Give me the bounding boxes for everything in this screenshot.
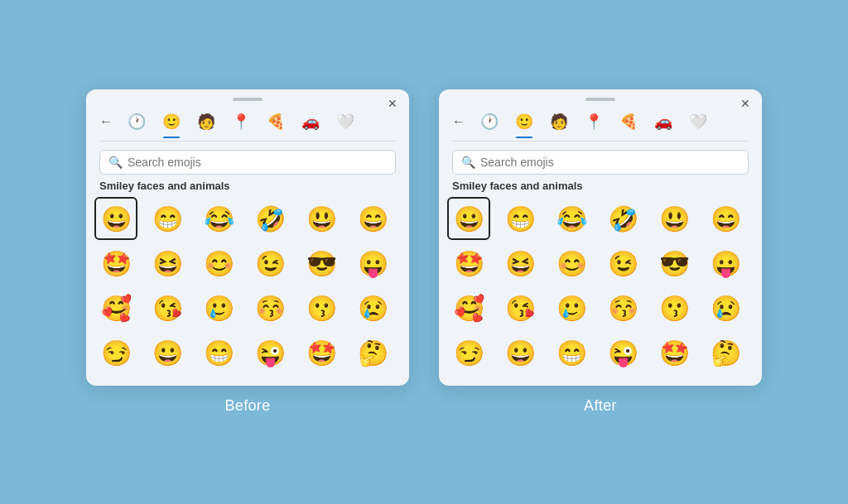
after-label: After bbox=[584, 397, 617, 415]
emoji-cell[interactable]: 🤔 bbox=[704, 331, 747, 374]
emoji-cell[interactable]: 🥰 bbox=[447, 286, 490, 329]
after-search-icon: 🔍 bbox=[461, 156, 475, 169]
before-tab-smiley[interactable]: 🙂 bbox=[157, 108, 186, 136]
emoji-cell[interactable]: 😁 bbox=[197, 331, 240, 374]
emoji-cell[interactable]: 😎 bbox=[653, 242, 696, 285]
after-tab-heart[interactable]: 🤍 bbox=[684, 108, 712, 136]
before-tab-people[interactable]: 🧑 bbox=[192, 108, 220, 136]
after-titlebar-handle bbox=[585, 98, 615, 101]
after-search-input[interactable] bbox=[480, 156, 740, 169]
before-back-button[interactable]: ← bbox=[99, 114, 113, 129]
emoji-cell[interactable]: 😛 bbox=[351, 242, 394, 285]
emoji-cell[interactable]: 😄 bbox=[351, 197, 394, 240]
before-emoji-grid: 😀 😁 😂 🤣 😃 😄 🤩 😆 😊 😉 😎 😛 🥰 😘 🥲 😚 bbox=[86, 197, 409, 386]
after-tab-nature[interactable]: 📍 bbox=[580, 108, 608, 136]
emoji-cell[interactable]: 😢 bbox=[351, 286, 394, 329]
app-container: ✕ ← 🕐 🙂 🧑 📍 🍕 🚗 🤍 🔍 bbox=[0, 0, 848, 504]
emoji-cell[interactable]: 😚 bbox=[601, 286, 644, 329]
before-section-title: Smiley faces and animals bbox=[99, 180, 396, 192]
after-tab-travel[interactable]: 🚗 bbox=[649, 108, 677, 136]
emoji-cell[interactable]: 😎 bbox=[300, 242, 343, 285]
emoji-cell[interactable]: 🥲 bbox=[197, 286, 240, 329]
after-titlebar: ✕ bbox=[439, 89, 762, 104]
before-tab-recent[interactable]: 🕐 bbox=[123, 108, 151, 136]
emoji-cell[interactable]: 🤩 bbox=[447, 242, 490, 285]
emoji-cell[interactable]: 😢 bbox=[704, 286, 747, 329]
emoji-cell[interactable]: 😃 bbox=[653, 197, 696, 240]
emoji-cell[interactable]: 😜 bbox=[248, 331, 292, 374]
emoji-cell[interactable]: 😗 bbox=[300, 286, 343, 329]
after-nav: ← 🕐 🙂 🧑 📍 🍕 🚗 🤍 bbox=[439, 104, 762, 136]
after-tab-people[interactable]: 🧑 bbox=[545, 108, 573, 136]
after-emoji-grid: 😀 😁 😂 🤣 😃 😄 🤩 😆 😊 😉 😎 😛 🥰 😘 🥲 😚 bbox=[439, 197, 762, 386]
before-nav: ← 🕐 🙂 🧑 📍 🍕 🚗 🤍 bbox=[86, 104, 409, 136]
emoji-cell[interactable]: 😃 bbox=[300, 197, 343, 240]
after-panel-container: ✕ ← 🕐 🙂 🧑 📍 🍕 🚗 🤍 🔍 bbox=[439, 89, 762, 415]
after-tab-food[interactable]: 🍕 bbox=[614, 108, 643, 136]
before-close-button[interactable]: ✕ bbox=[388, 98, 398, 109]
emoji-cell[interactable]: 😘 bbox=[499, 286, 542, 329]
before-tab-nature[interactable]: 📍 bbox=[227, 108, 255, 136]
emoji-cell[interactable]: 😆 bbox=[146, 242, 189, 285]
emoji-cell[interactable]: 😀 bbox=[146, 331, 189, 374]
after-back-button[interactable]: ← bbox=[452, 114, 465, 129]
panels-row: ✕ ← 🕐 🙂 🧑 📍 🍕 🚗 🤍 🔍 bbox=[86, 89, 762, 415]
emoji-cell[interactable]: 🤣 bbox=[601, 197, 644, 240]
emoji-cell[interactable]: 😏 bbox=[94, 331, 137, 374]
emoji-cell[interactable]: 😀 bbox=[499, 331, 542, 374]
emoji-cell[interactable]: 🤩 bbox=[94, 242, 137, 285]
before-search-input[interactable] bbox=[128, 156, 387, 169]
before-search-icon: 🔍 bbox=[108, 156, 123, 169]
emoji-cell[interactable]: 🤔 bbox=[351, 331, 394, 374]
before-panel-container: ✕ ← 🕐 🙂 🧑 📍 🍕 🚗 🤍 🔍 bbox=[86, 89, 409, 415]
after-tab-smiley[interactable]: 🙂 bbox=[510, 108, 538, 136]
before-search-box[interactable]: 🔍 bbox=[99, 150, 396, 175]
emoji-cell[interactable]: 😘 bbox=[146, 286, 189, 329]
before-titlebar-handle bbox=[233, 98, 263, 101]
before-picker: ✕ ← 🕐 🙂 🧑 📍 🍕 🚗 🤍 🔍 bbox=[86, 89, 409, 386]
emoji-cell[interactable]: 🤩 bbox=[653, 331, 696, 374]
emoji-cell[interactable]: 😜 bbox=[601, 331, 644, 374]
emoji-cell[interactable]: 😂 bbox=[550, 197, 593, 240]
before-tab-food[interactable]: 🍕 bbox=[262, 108, 290, 136]
emoji-cell[interactable]: 😛 bbox=[704, 242, 747, 285]
emoji-cell[interactable]: 🥲 bbox=[550, 286, 593, 329]
emoji-cell[interactable]: 😏 bbox=[447, 331, 490, 374]
after-nav-divider bbox=[452, 141, 749, 142]
emoji-cell[interactable]: 😗 bbox=[653, 286, 696, 329]
before-tab-heart[interactable]: 🤍 bbox=[331, 108, 359, 136]
emoji-cell[interactable]: 😊 bbox=[550, 242, 593, 285]
before-label: Before bbox=[224, 397, 270, 415]
emoji-cell[interactable]: 😚 bbox=[248, 286, 292, 329]
emoji-cell[interactable]: 🥰 bbox=[94, 286, 137, 329]
emoji-cell[interactable]: 😀 bbox=[94, 197, 137, 240]
emoji-cell[interactable]: 😄 bbox=[704, 197, 747, 240]
emoji-cell[interactable]: 😆 bbox=[499, 242, 542, 285]
emoji-cell[interactable]: 😁 bbox=[499, 197, 542, 240]
emoji-cell[interactable]: 😂 bbox=[197, 197, 240, 240]
after-section-title: Smiley faces and animals bbox=[452, 180, 749, 192]
emoji-cell[interactable]: 😁 bbox=[550, 331, 593, 374]
emoji-cell[interactable]: 😉 bbox=[601, 242, 644, 285]
before-nav-divider bbox=[99, 141, 396, 142]
emoji-cell[interactable]: 😁 bbox=[146, 197, 189, 240]
before-titlebar: ✕ bbox=[86, 89, 409, 104]
after-close-button[interactable]: ✕ bbox=[740, 98, 750, 109]
after-search-box[interactable]: 🔍 bbox=[452, 150, 749, 175]
emoji-cell[interactable]: 😉 bbox=[248, 242, 292, 285]
before-tab-travel[interactable]: 🚗 bbox=[296, 108, 325, 136]
after-picker: ✕ ← 🕐 🙂 🧑 📍 🍕 🚗 🤍 🔍 bbox=[439, 89, 762, 386]
emoji-cell[interactable]: 😊 bbox=[197, 242, 240, 285]
emoji-cell[interactable]: 🤩 bbox=[300, 331, 343, 374]
after-tab-recent[interactable]: 🕐 bbox=[475, 108, 504, 136]
emoji-cell[interactable]: 🤣 bbox=[248, 197, 292, 240]
emoji-cell[interactable]: 😀 bbox=[447, 197, 490, 240]
